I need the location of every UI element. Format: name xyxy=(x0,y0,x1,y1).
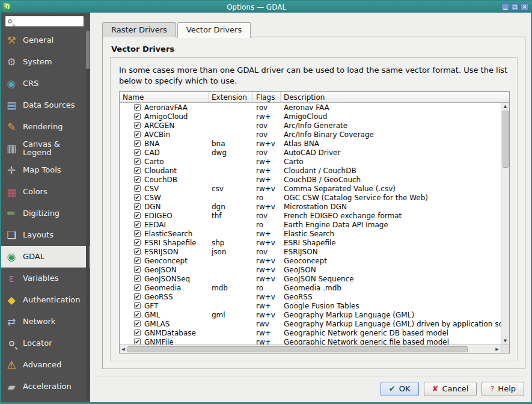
sidebar-item-colors[interactable]: ▦Colors xyxy=(1,181,90,203)
sidebar-item-acceleration[interactable]: ▰Acceleration xyxy=(1,376,90,397)
table-row[interactable]: ✔ESRIJSONjsonrovESRIJSON xyxy=(120,247,501,256)
table-row[interactable]: ✔ARCGENrovArc/Info Generate xyxy=(120,121,501,130)
table-row[interactable]: ✔ElasticSearchrw+Elastic Search xyxy=(120,229,501,238)
table-row[interactable]: ✔GeoRSSrw+vGeoRSS xyxy=(120,292,501,301)
cancel-button[interactable]: ✘Cancel xyxy=(424,382,477,396)
tab-vector-drivers[interactable]: Vector Drivers xyxy=(177,22,251,38)
driver-checkbox[interactable]: ✔ xyxy=(134,338,141,344)
table-row[interactable]: ✔AmigoCloudrw+AmigoCloud xyxy=(120,112,501,121)
vertical-scrollbar-track[interactable] xyxy=(502,110,509,337)
table-row[interactable]: ✔AVCBinrovArc/Info Binary Coverage xyxy=(120,130,501,139)
search-input[interactable] xyxy=(14,17,81,26)
sidebar-item-canvas-legend[interactable]: ▥Canvas & Legend xyxy=(1,138,90,159)
scroll-right-arrow-icon[interactable]: ▶ xyxy=(494,346,501,353)
table-row[interactable]: ✔GeoJSONrw+vGeoJSON xyxy=(120,265,501,274)
driver-checkbox[interactable]: ✔ xyxy=(134,257,141,264)
driver-checkbox[interactable]: ✔ xyxy=(134,248,141,255)
driver-checkbox[interactable]: ✔ xyxy=(134,284,141,291)
sidebar-item-authentication[interactable]: ◆Authentication xyxy=(1,289,90,311)
driver-checkbox[interactable]: ✔ xyxy=(134,185,141,192)
driver-checkbox[interactable]: ✔ xyxy=(134,239,141,246)
driver-checkbox[interactable]: ✔ xyxy=(134,230,141,237)
driver-checkbox[interactable]: ✔ xyxy=(134,104,141,111)
sidebar-item-digitizing[interactable]: ✏Digitizing xyxy=(1,203,90,224)
table-row[interactable]: ✔GeoJSONSeqrw+vGeoJSON Sequence xyxy=(120,274,501,283)
sidebar-item-crs[interactable]: ◉CRS xyxy=(1,73,90,94)
table-row[interactable]: ✔BNAbnarw+vAtlas BNA xyxy=(120,139,501,148)
sidebar-item-variables[interactable]: εVariables xyxy=(1,268,90,289)
maximize-button[interactable]: □ xyxy=(511,3,519,11)
sidebar-item-general[interactable]: ⚒General xyxy=(1,29,90,51)
driver-checkbox[interactable]: ✔ xyxy=(134,329,141,336)
help-button[interactable]: ?Help xyxy=(482,382,524,396)
table-row[interactable]: ✔ESRI Shapefileshprw+vESRI Shapefile xyxy=(120,238,501,247)
driver-checkbox[interactable]: ✔ xyxy=(134,158,141,165)
driver-checkbox[interactable]: ✔ xyxy=(134,221,141,228)
driver-checkbox[interactable]: ✔ xyxy=(134,275,141,282)
table-row[interactable]: ✔GNMDatabaserw+Geographic Network generi… xyxy=(120,328,501,337)
driver-checkbox[interactable]: ✔ xyxy=(134,194,141,201)
driver-checkbox[interactable]: ✔ xyxy=(134,176,141,183)
table-row[interactable]: ✔GeomediamdbroGeomedia .mdb xyxy=(120,283,501,292)
sidebar-item-network[interactable]: ⇄Network xyxy=(1,311,90,332)
table-row[interactable]: ✔GFTrw+Google Fusion Tables xyxy=(120,301,501,310)
ok-button[interactable]: ✔OK xyxy=(381,382,419,396)
sidebar-item-locator[interactable]: Locator xyxy=(1,332,90,354)
driver-checkbox[interactable]: ✔ xyxy=(134,113,141,120)
sidebar-item-label: Map Tools xyxy=(23,166,61,174)
driver-checkbox[interactable]: ✔ xyxy=(134,122,141,129)
sidebar-item-gdal[interactable]: ◉GDAL xyxy=(1,246,90,268)
table-row[interactable]: ✔CADdwgrovAutoCAD Driver xyxy=(120,148,501,157)
sidebar-item-map-tools[interactable]: ✛Map Tools xyxy=(1,159,90,181)
driver-checkbox[interactable]: ✔ xyxy=(134,266,141,273)
driver-checkbox[interactable]: ✔ xyxy=(134,320,141,327)
minimize-button[interactable]: ▁ xyxy=(501,3,509,11)
horizontal-scrollbar-thumb[interactable] xyxy=(127,346,468,352)
horizontal-scrollbar[interactable]: ◀ ▶ xyxy=(120,344,501,353)
scroll-down-arrow-icon[interactable]: ▼ xyxy=(502,337,509,344)
table-row[interactable]: ✔GMLgmlrw+vGeography Markup Language (GM… xyxy=(120,310,501,319)
scroll-left-arrow-icon[interactable]: ◀ xyxy=(120,346,127,353)
table-row[interactable]: ✔EDIGEOthfrovFrench EDIGEO exchange form… xyxy=(120,211,501,220)
sidebar-item-label: GDAL xyxy=(23,252,44,261)
sidebar-item-advanced[interactable]: ⚠Advanced xyxy=(1,354,90,376)
column-header-description[interactable]: Description xyxy=(281,92,509,102)
sidebar-scrollbar[interactable] xyxy=(86,31,90,400)
table-row[interactable]: ✔AeronavFAArovAeronav FAA xyxy=(120,103,501,112)
driver-checkbox[interactable]: ✔ xyxy=(134,131,141,138)
table-row[interactable]: ✔CouchDBrw+CouchDB / GeoCouch xyxy=(120,175,501,184)
driver-checkbox[interactable]: ✔ xyxy=(134,302,141,309)
table-row[interactable]: ✔Geoconceptrw+vGeoconcept xyxy=(120,256,501,265)
driver-checkbox[interactable]: ✔ xyxy=(134,293,141,300)
driver-checkbox[interactable]: ✔ xyxy=(134,212,141,219)
close-button[interactable]: ✕ xyxy=(521,3,528,11)
table-row[interactable]: ✔GNMFilerw+Geographic Network generic fi… xyxy=(120,337,501,344)
column-header-flags[interactable]: Flags xyxy=(253,92,281,102)
driver-checkbox[interactable]: ✔ xyxy=(134,203,141,210)
horizontal-scrollbar-track[interactable] xyxy=(127,346,494,353)
driver-checkbox[interactable]: ✔ xyxy=(134,149,141,156)
sidebar-item-layouts[interactable]: ❏Layouts xyxy=(1,224,90,246)
tab-raster-drivers[interactable]: Raster Drivers xyxy=(102,22,176,37)
sidebar-item-system[interactable]: ⚙System xyxy=(1,51,90,73)
scroll-up-arrow-icon[interactable]: ▲ xyxy=(502,103,509,110)
sidebar-search[interactable] xyxy=(5,16,84,27)
sidebar-item-rendering[interactable]: ✎Rendering xyxy=(1,116,90,138)
table-row[interactable]: ✔DGNdgnrw+vMicrostation DGN xyxy=(120,202,501,211)
column-header-extension[interactable]: Extension xyxy=(209,92,253,102)
driver-checkbox[interactable]: ✔ xyxy=(134,140,141,147)
vertical-scrollbar[interactable]: ▲ ▼ xyxy=(501,103,509,344)
table-row[interactable]: ✔Cartorw+Carto xyxy=(120,157,501,166)
driver-checkbox[interactable]: ✔ xyxy=(134,311,141,318)
column-header-name[interactable]: Name xyxy=(120,92,209,102)
table-row[interactable]: ✔Cloudantrw+Cloudant / CouchDB xyxy=(120,166,501,175)
sidebar-scrollbar-thumb[interactable] xyxy=(86,31,90,69)
table-row[interactable]: ✔EEDAIroEarth Engine Data API Image xyxy=(120,220,501,229)
table-row[interactable]: ✔CSWroOGC CSW (Catalog Service for the W… xyxy=(120,193,501,202)
table-row[interactable]: ✔CSVcsvrw+vComma Separated Value (.csv) xyxy=(120,184,501,193)
titlebar[interactable]: Q Options — GDAL ▁□✕ xyxy=(1,1,531,13)
sidebar-item-data-sources[interactable]: ▤Data Sources xyxy=(1,94,90,116)
table-row[interactable]: ✔GMLASrwvGeography Markup Language (GML)… xyxy=(120,319,501,328)
vertical-scrollbar-thumb[interactable] xyxy=(503,111,509,168)
driver-checkbox[interactable]: ✔ xyxy=(134,167,141,174)
